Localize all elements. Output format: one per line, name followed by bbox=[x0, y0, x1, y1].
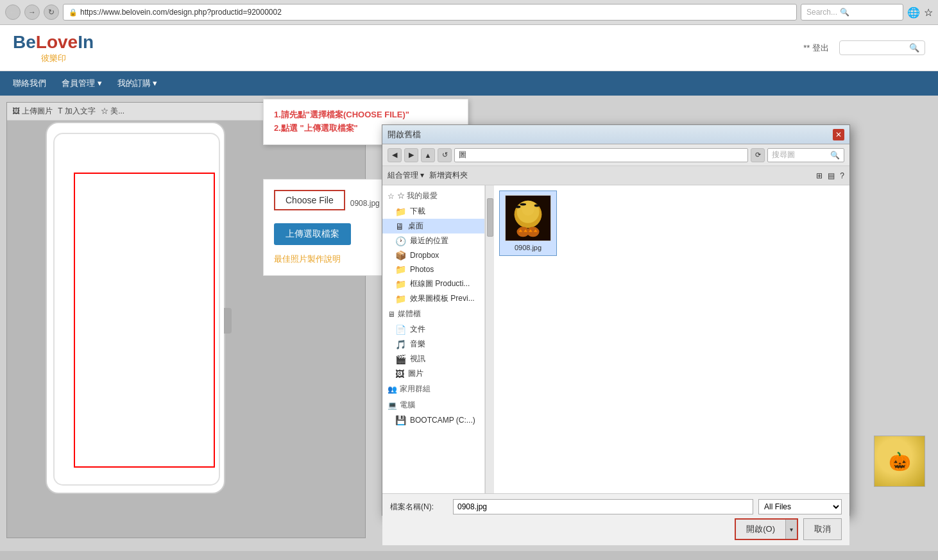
organize-btn[interactable]: 組合管理 ▾ bbox=[388, 170, 424, 181]
toolbar-add-text[interactable]: T 加入文字 bbox=[58, 106, 95, 117]
help-btn[interactable]: ? bbox=[840, 171, 844, 180]
dialog-path-bar[interactable]: 圖 bbox=[454, 148, 748, 162]
favorites-header[interactable]: ☆ ☆ 我的最愛 bbox=[382, 188, 484, 204]
preview-image: 🎃 bbox=[874, 436, 925, 487]
scrollbar-thumb[interactable] bbox=[487, 198, 493, 237]
media-label: 媒體櫃 bbox=[398, 309, 421, 319]
sidebar-item-photos[interactable]: 📁 Photos bbox=[382, 262, 484, 276]
cancel-button[interactable]: 取消 bbox=[803, 518, 842, 540]
logo-subtitle: 彼樂印 bbox=[41, 53, 66, 64]
new-folder-btn[interactable]: 新增資料夾 bbox=[429, 170, 468, 181]
search-input[interactable] bbox=[845, 43, 909, 53]
choose-file-button[interactable]: Choose File bbox=[274, 190, 345, 210]
best-photo-link[interactable]: 最佳照片製作說明 bbox=[274, 254, 341, 264]
sidebar-item-video[interactable]: 🎬 視訊 bbox=[382, 352, 484, 366]
svg-point-5 bbox=[520, 203, 526, 206]
sidebar-item-pictures[interactable]: 🖼 圖片 bbox=[382, 366, 484, 381]
svg-point-4 bbox=[516, 206, 521, 208]
browser-search-box[interactable]: Search... 🔍 bbox=[801, 4, 903, 21]
sidebar-item-music[interactable]: 🎵 音樂 bbox=[382, 337, 484, 352]
dialog-search-icon: 🔍 bbox=[830, 151, 840, 160]
sidebar-item-dropbox[interactable]: 📦 Dropbox bbox=[382, 248, 484, 262]
dialog-up-btn[interactable]: ▲ bbox=[421, 148, 435, 162]
sidebar-label-recent: 最近的位置 bbox=[410, 235, 448, 246]
header-links: ** 登出 🔍 bbox=[803, 40, 925, 55]
dialog-footer: 檔案名稱(N): All Files 開啟(O) ▾ 取消 bbox=[382, 493, 849, 545]
dialog-scrollbar[interactable] bbox=[485, 185, 494, 493]
sidebar-item-bootcamp[interactable]: 💾 BOOTCAMP (C:...) bbox=[382, 413, 484, 427]
site-header: BeLoveIn 彼樂印 ** 登出 🔍 bbox=[0, 25, 938, 71]
pictures-icon: 🖼 bbox=[395, 369, 404, 379]
sidebar-item-frames[interactable]: 📁 框線圖 Producti... bbox=[382, 276, 484, 291]
homegroup-icon: 👥 bbox=[388, 385, 397, 394]
logo[interactable]: BeLoveIn 彼樂印 bbox=[13, 32, 94, 64]
folder-icon: 📁 bbox=[395, 207, 406, 217]
dialog-close-button[interactable]: ✕ bbox=[833, 129, 844, 140]
sidebar-label-desktop: 桌面 bbox=[408, 221, 423, 232]
dialog-refresh-btn[interactable]: ⟳ bbox=[751, 148, 765, 162]
dialog-main: 0908.jpg bbox=[494, 185, 849, 493]
dropbox-icon: 📦 bbox=[395, 250, 406, 260]
filename-label: 檔案名稱(N): bbox=[390, 502, 448, 513]
filetype-select[interactable]: All Files bbox=[758, 499, 842, 514]
nav-member[interactable]: 會員管理 ▾ bbox=[62, 78, 102, 89]
sidebar-label-download: 下載 bbox=[410, 206, 425, 217]
upload-button[interactable]: 上傳選取檔案 bbox=[274, 223, 351, 245]
view-icon-btn[interactable]: ⊞ bbox=[816, 171, 823, 180]
nav-contact[interactable]: 聯絡我們 bbox=[13, 78, 46, 89]
documents-icon: 📄 bbox=[395, 325, 406, 335]
translate-icon: 🌐 bbox=[907, 6, 920, 19]
desktop-icon: 🖥 bbox=[395, 221, 404, 232]
sidebar-item-effects[interactable]: 📁 效果圖模板 Previ... bbox=[382, 291, 484, 306]
search-icon: 🔍 bbox=[840, 8, 849, 17]
dialog-forward-btn[interactable]: ▶ bbox=[404, 148, 418, 162]
back-button[interactable]: ← bbox=[5, 4, 21, 20]
sidebar-item-desktop[interactable]: 🖥 桌面 bbox=[382, 219, 484, 233]
lock-icon: 🔒 bbox=[69, 8, 78, 17]
toolbar-upload-image[interactable]: 🖼 上傳圖片 bbox=[12, 106, 53, 117]
sidebar-label-pictures: 圖片 bbox=[408, 368, 423, 379]
computer-header[interactable]: 💻 電腦 bbox=[382, 397, 484, 413]
sidebar-item-documents[interactable]: 📄 文件 bbox=[382, 322, 484, 337]
dialog-action-row: 開啟(O) ▾ 取消 bbox=[390, 518, 842, 540]
search-icon: 🔍 bbox=[909, 43, 919, 53]
view-list-btn[interactable]: ▤ bbox=[828, 171, 835, 180]
phone-red-frame bbox=[74, 173, 215, 468]
dialog-sidebar: ☆ ☆ 我的最愛 📁 下載 🖥 桌面 🕐 最近的位置 📦 Dropb bbox=[382, 185, 485, 493]
dialog-search-placeholder: 搜尋圖 bbox=[772, 149, 795, 160]
thumbnail-svg bbox=[506, 195, 550, 241]
dialog-recent-btn[interactable]: ↺ bbox=[438, 148, 452, 162]
logo-text: BeLoveIn bbox=[13, 32, 94, 53]
filename-display: 0908.jpg bbox=[350, 199, 380, 208]
site-nav: 聯絡我們 會員管理 ▾ 我的訂購 ▾ bbox=[0, 71, 938, 96]
open-btn-container: 開啟(O) ▾ bbox=[735, 518, 798, 540]
filename-row: 檔案名稱(N): All Files bbox=[390, 499, 842, 514]
address-bar[interactable]: 🔒 https://www.belovein.com/design.php?pr… bbox=[63, 4, 797, 21]
open-button-arrow[interactable]: ▾ bbox=[785, 520, 797, 539]
tooltip-line1: 1.請先點"選擇檔案(CHOOSE FILE)" bbox=[274, 108, 457, 122]
header-link-register[interactable]: ** 登出 bbox=[803, 42, 829, 54]
nav-orders[interactable]: 我的訂購 ▾ bbox=[117, 78, 158, 89]
url-text: https://www.belovein.com/design.php?prod… bbox=[80, 8, 282, 17]
filename-input[interactable] bbox=[453, 499, 753, 514]
preview-thumbnail: 🎃 bbox=[874, 436, 925, 486]
file-item[interactable]: 0908.jpg bbox=[499, 191, 557, 256]
svg-point-6 bbox=[534, 205, 540, 207]
sidebar-label-documents: 文件 bbox=[410, 324, 425, 335]
dialog-back-btn[interactable]: ◀ bbox=[388, 148, 402, 162]
forward-button[interactable]: → bbox=[24, 4, 40, 20]
media-header[interactable]: 🖥 媒體櫃 bbox=[382, 306, 484, 322]
music-icon: 🎵 bbox=[395, 339, 406, 350]
homegroup-header[interactable]: 👥 家用群組 bbox=[382, 381, 484, 397]
star-icon[interactable]: ☆ bbox=[924, 6, 933, 19]
toolbar-effects[interactable]: ☆ 美... bbox=[101, 106, 124, 117]
header-search[interactable]: 🔍 bbox=[839, 40, 925, 55]
dialog-search-bar[interactable]: 搜尋圖 🔍 bbox=[767, 148, 844, 162]
sidebar-label-bootcamp: BOOTCAMP (C:...) bbox=[410, 416, 475, 425]
sidebar-item-recent[interactable]: 🕐 最近的位置 bbox=[382, 233, 484, 248]
sidebar-item-download[interactable]: 📁 下載 bbox=[382, 204, 484, 219]
website-content: BeLoveIn 彼樂印 ** 登出 🔍 聯絡我們 會員管理 ▾ 我的訂購 ▾ … bbox=[0, 25, 938, 551]
sidebar-label-dropbox: Dropbox bbox=[410, 251, 439, 260]
refresh-button[interactable]: ↻ bbox=[44, 4, 59, 20]
open-button[interactable]: 開啟(O) bbox=[736, 520, 785, 539]
